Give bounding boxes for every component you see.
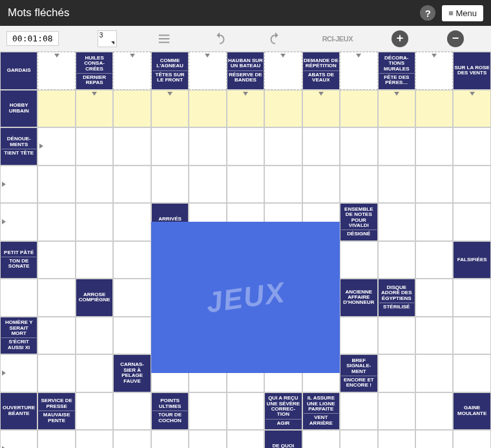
letter-cell[interactable] [453,165,490,204]
letter-cell[interactable] [227,392,264,431]
letter-cell[interactable] [415,52,453,90]
letter-cell[interactable] [113,127,151,165]
letter-cell[interactable] [76,317,113,355]
letter-cell[interactable] [378,90,415,128]
letter-cell[interactable] [189,430,226,448]
letter-cell[interactable] [264,165,302,204]
letter-cell[interactable] [0,354,37,392]
letter-cell[interactable] [113,52,151,90]
letter-cell[interactable] [37,52,75,90]
zoom-out-button[interactable]: − [447,30,464,47]
letter-cell[interactable] [378,203,415,241]
letter-cell[interactable] [189,127,226,165]
letter-cell[interactable] [340,317,377,355]
letter-cell[interactable] [264,127,302,165]
letter-cell[interactable] [453,279,490,317]
letter-cell[interactable] [453,354,490,392]
letter-cell[interactable] [227,430,264,448]
letter-cell[interactable] [378,430,415,448]
letter-cell[interactable] [37,279,75,317]
letter-cell[interactable] [378,354,415,392]
letter-cell[interactable] [113,430,151,448]
letter-cell[interactable] [76,430,113,448]
letter-cell[interactable] [113,392,151,431]
letter-cell[interactable] [151,90,189,128]
letter-cell[interactable] [113,165,151,204]
letter-cell[interactable] [302,165,340,204]
letter-cell[interactable] [415,127,453,165]
letter-cell[interactable] [227,165,264,204]
letter-cell[interactable] [340,430,377,448]
list-icon[interactable] [156,30,172,47]
letter-cell[interactable] [415,279,453,317]
letter-cell[interactable] [453,203,490,241]
letter-cell[interactable] [302,90,340,128]
letter-cell[interactable] [76,241,113,279]
letter-cell[interactable] [227,90,264,128]
letter-cell[interactable] [340,90,377,128]
letter-cell[interactable] [378,127,415,165]
help-icon[interactable]: ? [420,5,435,21]
menu-button[interactable]: ≡ Menu [442,5,483,21]
letter-cell[interactable] [151,127,189,165]
letter-cell[interactable] [340,392,377,431]
letter-cell[interactable] [37,317,75,355]
zoom-in-button[interactable]: + [392,30,408,47]
letter-cell[interactable] [37,165,75,204]
letter-cell[interactable] [415,430,453,448]
letter-cell[interactable] [76,354,113,392]
letter-cell[interactable] [189,90,226,128]
letter-cell[interactable] [227,127,264,165]
letter-cell[interactable] [415,392,453,431]
letter-cell[interactable] [0,279,37,317]
redo-icon[interactable] [267,30,284,47]
letter-cell[interactable] [113,317,151,355]
letter-cell[interactable] [37,90,75,128]
letter-cell[interactable] [378,317,415,355]
letter-cell[interactable] [415,354,453,392]
letter-cell[interactable] [453,430,490,448]
letter-cell[interactable] [415,241,453,279]
hint-button[interactable]: 3 [98,30,117,47]
letter-cell[interactable] [37,241,75,279]
letter-cell[interactable] [415,165,453,204]
letter-cell[interactable] [113,90,151,128]
letter-cell[interactable] [453,127,490,165]
letter-cell[interactable] [340,165,377,204]
letter-cell[interactable] [113,203,151,241]
letter-cell[interactable] [264,52,302,90]
letter-cell[interactable] [453,317,490,355]
letter-cell[interactable] [415,317,453,355]
letter-cell[interactable] [340,127,377,165]
letter-cell[interactable] [0,430,37,448]
letter-cell[interactable] [0,203,37,241]
letter-cell[interactable] [378,241,415,279]
letter-cell[interactable] [189,392,226,431]
letter-cell[interactable] [378,392,415,431]
letter-cell[interactable] [37,430,75,448]
letter-cell[interactable] [302,127,340,165]
letter-cell[interactable] [37,354,75,392]
letter-cell[interactable] [415,90,453,128]
undo-icon[interactable] [211,30,228,47]
letter-cell[interactable] [76,203,113,241]
letter-cell[interactable] [340,241,377,279]
letter-cell[interactable] [76,392,113,431]
letter-cell[interactable] [264,90,302,128]
letter-cell[interactable] [0,165,37,204]
letter-cell[interactable] [415,203,453,241]
letter-cell[interactable] [189,165,226,204]
letter-cell[interactable] [453,90,490,128]
letter-cell[interactable] [151,165,189,204]
letter-cell[interactable] [302,430,340,448]
letter-cell[interactable] [76,165,113,204]
letter-cell[interactable] [113,241,151,279]
letter-cell[interactable] [189,52,226,90]
letter-cell[interactable] [340,52,377,90]
letter-cell[interactable] [378,165,415,204]
letter-cell[interactable] [113,279,151,317]
letter-cell[interactable] [151,430,189,448]
letter-cell[interactable] [76,127,113,165]
letter-cell[interactable] [76,90,113,128]
letter-cell[interactable] [37,203,75,241]
